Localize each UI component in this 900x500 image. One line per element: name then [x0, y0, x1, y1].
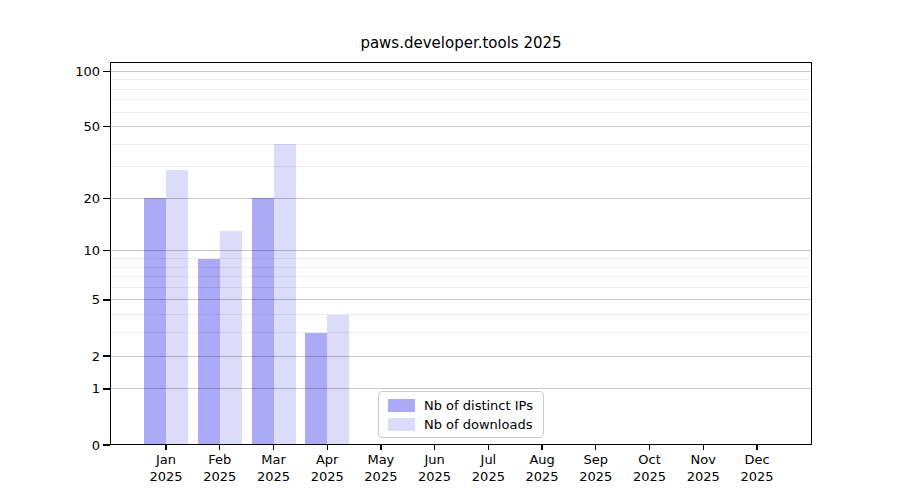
x-tick-month: May	[353, 452, 409, 469]
x-tick-mark	[649, 445, 650, 450]
x-tick-month: Sep	[568, 452, 624, 469]
y-tick-mark	[103, 355, 110, 356]
x-tick-month: Jul	[460, 452, 516, 469]
gridline-major	[110, 126, 812, 127]
x-tick-year: 2025	[568, 469, 624, 486]
y-tick-label: 1	[0, 380, 100, 397]
gridline-minor	[110, 99, 812, 100]
y-tick-mark	[103, 250, 110, 251]
x-tick-year: 2025	[407, 469, 463, 486]
x-tick-label-jan: Jan2025	[138, 452, 194, 485]
x-tick-year: 2025	[729, 469, 785, 486]
legend-label-downloads: Nb of downloads	[424, 417, 532, 432]
y-tick-label: 2	[0, 348, 100, 365]
y-tick-mark	[103, 388, 110, 389]
gridline-major	[110, 299, 812, 300]
y-tick-mark	[103, 444, 110, 445]
y-tick-label: 20	[0, 190, 100, 207]
x-tick-mark	[703, 445, 704, 450]
x-tick-year: 2025	[622, 469, 678, 486]
x-tick-label-may: May2025	[353, 452, 409, 485]
bar-nb-of-distinct-ips-jan	[144, 198, 166, 445]
x-tick-label-sep: Sep2025	[568, 452, 624, 485]
gridline-minor	[110, 267, 812, 268]
x-tick-year: 2025	[246, 469, 302, 486]
legend-label-distinct-ips: Nb of distinct IPs	[424, 398, 533, 413]
plot-area	[110, 62, 812, 445]
legend-swatch-distinct-ips-icon	[388, 399, 415, 412]
bar-nb-of-downloads-jan	[166, 170, 188, 446]
y-tick-label: 100	[0, 63, 100, 80]
gridline-minor	[110, 287, 812, 288]
legend: Nb of distinct IPs Nb of downloads	[378, 391, 544, 438]
bar-nb-of-downloads-feb	[220, 231, 242, 445]
x-tick-mark	[434, 445, 435, 450]
x-tick-label-oct: Oct2025	[622, 452, 678, 485]
x-tick-year: 2025	[460, 469, 516, 486]
y-tick-label: 50	[0, 118, 100, 135]
gridline-major	[110, 250, 812, 251]
x-tick-label-aug: Aug2025	[514, 452, 570, 485]
x-tick-year: 2025	[299, 469, 355, 486]
x-tick-month: Mar	[246, 452, 302, 469]
legend-swatch-downloads-icon	[388, 418, 415, 431]
y-tick-label: 10	[0, 242, 100, 259]
x-tick-label-jun: Jun2025	[407, 452, 463, 485]
x-tick-mark	[219, 445, 220, 450]
y-tick-mark	[103, 71, 110, 72]
x-tick-label-jul: Jul2025	[460, 452, 516, 485]
x-tick-month: Aug	[514, 452, 570, 469]
x-tick-label-apr: Apr2025	[299, 452, 355, 485]
x-tick-month: Apr	[299, 452, 355, 469]
chart-root: paws.developer.tools 2025 1005020105210 …	[0, 0, 900, 500]
bar-nb-of-downloads-apr	[327, 315, 349, 445]
gridline-minor	[110, 144, 812, 145]
x-tick-year: 2025	[192, 469, 248, 486]
x-tick-label-nov: Nov2025	[675, 452, 731, 485]
x-tick-month: Jan	[138, 452, 194, 469]
x-tick-mark	[488, 445, 489, 450]
bar-nb-of-downloads-mar	[274, 144, 296, 445]
x-tick-month: Oct	[622, 452, 678, 469]
x-tick-label-feb: Feb2025	[192, 452, 248, 485]
x-tick-month: Dec	[729, 452, 785, 469]
x-tick-mark	[273, 445, 274, 450]
gridline-minor	[110, 276, 812, 277]
gridline-minor	[110, 314, 812, 315]
x-tick-month: Feb	[192, 452, 248, 469]
y-tick-mark	[103, 299, 110, 300]
y-tick-label: 5	[0, 291, 100, 308]
gridline-major	[110, 356, 812, 357]
gridline-minor	[110, 89, 812, 90]
gridline-minor	[110, 332, 812, 333]
y-tick-label: 0	[0, 437, 100, 454]
x-tick-label-dec: Dec2025	[729, 452, 785, 485]
x-tick-mark	[327, 445, 328, 450]
x-tick-mark	[756, 445, 757, 450]
x-tick-mark	[165, 445, 166, 450]
gridline-minor	[110, 79, 812, 80]
x-tick-year: 2025	[514, 469, 570, 486]
x-tick-mark	[595, 445, 596, 450]
gridline-minor	[110, 166, 812, 167]
gridline-minor	[110, 258, 812, 259]
x-tick-month: Jun	[407, 452, 463, 469]
gridline-minor	[110, 112, 812, 113]
x-tick-year: 2025	[138, 469, 194, 486]
y-tick-mark	[103, 126, 110, 127]
chart-title: paws.developer.tools 2025	[110, 34, 812, 52]
gridline-major	[110, 71, 812, 72]
x-tick-mark	[541, 445, 542, 450]
x-tick-year: 2025	[675, 469, 731, 486]
x-tick-year: 2025	[353, 469, 409, 486]
legend-item-downloads: Nb of downloads	[388, 417, 534, 432]
legend-item-distinct-ips: Nb of distinct IPs	[388, 398, 534, 413]
x-tick-mark	[380, 445, 381, 450]
bar-nb-of-distinct-ips-mar	[252, 198, 274, 445]
gridline-major	[110, 198, 812, 199]
y-tick-mark	[103, 198, 110, 199]
x-tick-month: Nov	[675, 452, 731, 469]
x-tick-label-mar: Mar2025	[246, 452, 302, 485]
gridline-major	[110, 388, 812, 389]
